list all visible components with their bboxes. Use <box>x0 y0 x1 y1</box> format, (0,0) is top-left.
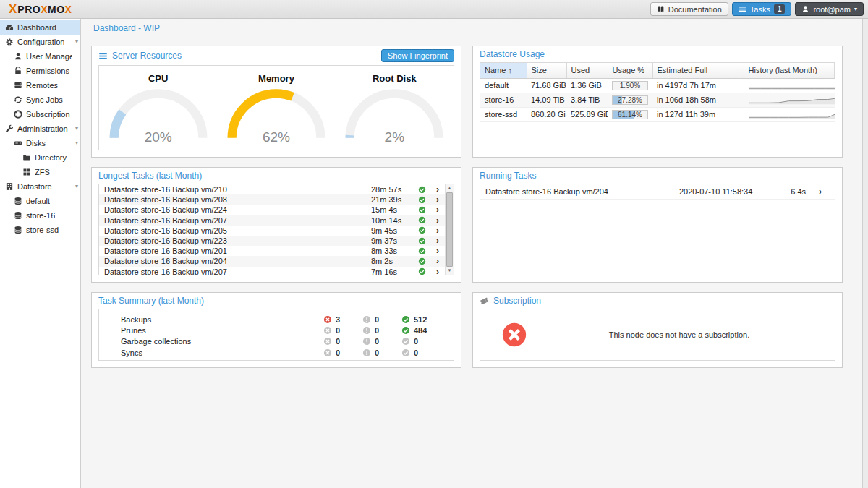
summary-row-syncs: Syncs 0 0 0 <box>99 347 454 358</box>
task-row[interactable]: Datastore store-16 Backup vm/207 10m 14s… <box>99 215 445 226</box>
task-row[interactable]: Datastore store-16 Backup vm/205 9m 45s … <box>99 226 445 236</box>
task-ok-icon <box>418 257 426 265</box>
scroll-up-icon[interactable]: ▲ <box>446 184 454 192</box>
sidebar-item-disks[interactable]: Disks ▾ <box>0 136 80 150</box>
column-header-usage[interactable]: Usage % <box>608 63 652 78</box>
task-detail-chevron-icon[interactable]: › <box>430 226 445 236</box>
task-row[interactable]: Datastore store-16 Backup vm/201 8m 33s … <box>99 246 445 256</box>
collapse-caret-icon[interactable]: ▾ <box>75 39 78 45</box>
table-row[interactable]: store-ssd 860.20 GiB 525.89 GiB 61.14% i… <box>480 107 835 121</box>
error-count[interactable]: 0 <box>323 337 362 346</box>
sidebar-item-datastore-default[interactable]: default <box>0 194 80 208</box>
task-ok-icon <box>418 237 426 245</box>
ticket-icon <box>480 296 489 306</box>
subscription-message: This node does not have a subscription. <box>524 330 835 339</box>
column-header-history[interactable]: History (last Month) <box>744 63 835 78</box>
sidebar-item-subscription[interactable]: Subscription <box>0 107 80 121</box>
column-header-size[interactable]: Size <box>527 63 566 78</box>
sidebar-item-administration[interactable]: Administration ▾ <box>0 121 80 136</box>
warning-count[interactable]: 0 <box>362 315 401 324</box>
sidebar-item-permissions[interactable]: Permissions <box>0 64 80 78</box>
column-header-used[interactable]: Used <box>566 63 608 78</box>
task-row[interactable]: Datastore store-16 Backup vm/208 21m 39s… <box>99 194 445 205</box>
list-scrollbar[interactable]: ▲ ▼ <box>445 184 454 275</box>
life-ring-icon <box>14 110 22 119</box>
ok-count[interactable]: 0 <box>401 348 441 357</box>
table-row[interactable]: default 71.68 GiB 1.36 GiB 1.90% in 4197… <box>480 78 835 93</box>
task-row[interactable]: Datastore store-16 Backup vm/210 28m 57s… <box>99 184 445 194</box>
warning-count[interactable]: 0 <box>362 326 401 335</box>
dashboard-gauge-icon <box>5 23 14 32</box>
task-row[interactable]: Datastore store-16 Backup vm/223 9m 37s … <box>99 236 445 246</box>
datastore-usage-panel: Datastore Usage Name ↑ Size Used Usage %… <box>472 46 843 158</box>
usage-bar: 27.28% <box>612 95 648 105</box>
task-row[interactable]: Datastore store-16 Backup vm/204 8m 2s › <box>99 256 445 266</box>
sidebar-item-datastore-store-ssd[interactable]: store-ssd <box>0 223 80 237</box>
sidebar-item-directory[interactable]: Directory <box>0 150 80 165</box>
warning-count[interactable]: 0 <box>362 348 401 357</box>
longest-tasks-body: Datastore store-16 Backup vm/210 28m 57s… <box>98 184 454 275</box>
column-header-name[interactable]: Name ↑ <box>480 63 527 78</box>
check-circle-icon <box>401 315 410 324</box>
cogs-icon <box>5 38 14 46</box>
sidebar-item-datastore[interactable]: Datastore ▾ <box>0 179 80 194</box>
task-name: Datastore store-16 Backup vm/207 <box>104 267 371 275</box>
sidebar-item-datastore-store-16[interactable]: store-16 <box>0 208 80 223</box>
running-task-row[interactable]: Datastore store-16 Backup vm/204 2020-07… <box>480 184 835 200</box>
collapse-caret-icon[interactable]: ▾ <box>75 126 78 132</box>
task-name: Datastore store-16 Backup vm/208 <box>104 195 371 204</box>
panel-title: Datastore Usage <box>480 49 545 59</box>
task-detail-chevron-icon[interactable]: › <box>430 256 445 266</box>
user-icon <box>801 5 809 13</box>
tasks-button[interactable]: Tasks 1 <box>732 2 792 16</box>
error-circle-icon <box>323 337 332 346</box>
scrollbar-thumb[interactable] <box>446 192 453 267</box>
task-detail-chevron-icon[interactable]: › <box>806 187 835 197</box>
sidebar-item-sync-jobs[interactable]: Sync Jobs <box>0 93 80 107</box>
column-header-estimated-full[interactable]: Estimated Full <box>652 63 744 78</box>
datastore-name: store-16 <box>480 93 527 107</box>
task-detail-chevron-icon[interactable]: › <box>430 184 445 194</box>
documentation-button[interactable]: Documentation <box>650 2 728 16</box>
error-count[interactable]: 0 <box>323 326 362 335</box>
ok-count[interactable]: 512 <box>401 315 441 324</box>
task-name: Datastore store-16 Backup vm/204 <box>104 257 371 265</box>
task-duration: 10m 14s <box>371 216 413 225</box>
datastore-size: 71.68 GiB <box>527 78 566 93</box>
scroll-down-icon[interactable]: ▼ <box>446 267 454 275</box>
error-count[interactable]: 3 <box>323 315 362 324</box>
sidebar-item-dashboard[interactable]: Dashboard <box>0 20 80 35</box>
task-detail-chevron-icon[interactable]: › <box>430 267 445 275</box>
estimated-full: in 4197d 7h 17m <box>652 78 744 93</box>
ok-count[interactable]: 484 <box>401 326 441 335</box>
task-detail-chevron-icon[interactable]: › <box>430 194 445 205</box>
user-menu-button[interactable]: root@pam ▾ <box>795 2 864 16</box>
task-duration: 21m 39s <box>371 195 413 204</box>
panel-title: Task Summary (last Month) <box>98 296 204 306</box>
gauge-cpu: CPU 20% <box>101 69 216 150</box>
show-fingerprint-button[interactable]: Show Fingerprint <box>381 49 454 62</box>
task-detail-chevron-icon[interactable]: › <box>430 215 445 226</box>
table-row[interactable]: store-16 14.09 TiB 3.84 TiB 27.28% in 10… <box>480 93 835 107</box>
task-start-time: 2020-07-10 11:58:34 <box>679 187 755 196</box>
ok-count[interactable]: 0 <box>401 337 441 346</box>
datastore-usage-header: Datastore Usage <box>473 46 842 61</box>
sidebar-item-user-management[interactable]: User Management <box>0 49 80 64</box>
page-scrollbar[interactable] <box>862 19 868 488</box>
task-detail-chevron-icon[interactable]: › <box>430 236 445 246</box>
sidebar-item-configuration[interactable]: Configuration ▾ <box>0 35 80 49</box>
collapse-caret-icon[interactable]: ▾ <box>75 140 78 146</box>
task-summary-panel: Task Summary (last Month) Backups 3 0 51… <box>91 292 461 368</box>
warning-circle-icon <box>362 326 371 335</box>
task-summary-body: Backups 3 0 512 Prunes 0 0 484 Garbage c… <box>98 309 454 361</box>
task-detail-chevron-icon[interactable]: › <box>430 246 445 256</box>
caret-down-icon: ▾ <box>854 7 857 12</box>
task-row[interactable]: Datastore store-16 Backup vm/224 15m 4s … <box>99 205 445 215</box>
collapse-caret-icon[interactable]: ▾ <box>75 184 78 189</box>
task-detail-chevron-icon[interactable]: › <box>430 205 445 215</box>
sidebar-item-zfs[interactable]: ZFS <box>0 165 80 179</box>
error-count[interactable]: 0 <box>323 348 362 357</box>
task-row[interactable]: Datastore store-16 Backup vm/207 7m 16s … <box>99 267 445 276</box>
sidebar-item-remotes[interactable]: Remotes <box>0 78 80 93</box>
warning-count[interactable]: 0 <box>362 337 401 346</box>
